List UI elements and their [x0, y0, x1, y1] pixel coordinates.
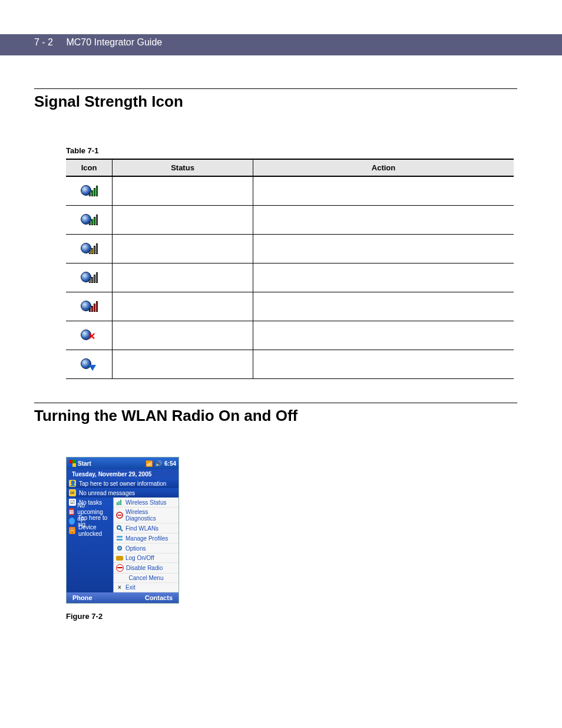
- list-item[interactable]: 🔒 Device unlocked: [67, 526, 113, 535]
- status-cell: [113, 350, 253, 379]
- clock: 6:54: [164, 460, 176, 467]
- gear-icon: [116, 545, 123, 552]
- connectivity-icon[interactable]: 📶: [146, 460, 153, 467]
- action-cell: [253, 321, 514, 350]
- lock-icon: 🔒: [69, 527, 75, 534]
- svg-rect-5: [117, 536, 123, 538]
- signal-table: Icon Status Action: [66, 159, 514, 379]
- action-cell: [253, 292, 514, 321]
- device-screenshot: Start 📶 🔊 6:54 Tuesday, November 29, 200…: [66, 457, 179, 604]
- action-cell: [253, 206, 514, 235]
- calendar-icon: ▦: [69, 508, 74, 515]
- signal-4-icon: [81, 183, 97, 196]
- svg-point-8: [119, 548, 120, 549]
- table-row: [66, 206, 514, 235]
- windows-flag-icon: [69, 460, 76, 467]
- radio-disabled-icon: [81, 357, 97, 370]
- action-cell: [253, 176, 514, 206]
- col-status: Status: [113, 159, 253, 176]
- table-row: [66, 350, 514, 379]
- status-cell: [113, 292, 253, 321]
- key-icon: [116, 556, 123, 561]
- menu-options[interactable]: Options: [114, 543, 178, 554]
- table-row: [66, 263, 514, 292]
- table-row: [66, 235, 514, 263]
- status-cell: [113, 235, 253, 263]
- action-cell: [253, 350, 514, 379]
- doc-title: MC70 Integrator Guide: [66, 37, 162, 47]
- start-label[interactable]: Start: [78, 460, 91, 467]
- svg-point-4: [117, 526, 121, 529]
- menu-disable-radio[interactable]: Disable Radio: [114, 563, 178, 574]
- svg-rect-6: [117, 539, 123, 541]
- softkey-phone[interactable]: Phone: [72, 594, 92, 601]
- signal-0-icon: [81, 299, 97, 312]
- status-cell: [113, 321, 253, 350]
- signal-3-icon: [81, 212, 97, 225]
- figure-caption: Figure 7-2: [66, 612, 517, 621]
- diagnostics-icon: [116, 512, 123, 519]
- stop-icon: [116, 564, 124, 572]
- close-icon: ×: [116, 584, 123, 591]
- volume-icon[interactable]: 🔊: [155, 460, 162, 467]
- status-cell: [113, 176, 253, 206]
- menu-find-wlans[interactable]: Find WLANs: [114, 523, 178, 533]
- mail-icon: ✉: [69, 489, 76, 496]
- menu-manage-profiles[interactable]: Manage Profiles: [114, 533, 178, 543]
- menu-cancel[interactable]: Cancel Menu: [114, 574, 178, 583]
- status-icon: [116, 499, 123, 506]
- col-icon: Icon: [66, 159, 113, 176]
- status-cell: [113, 206, 253, 235]
- page-number: 7 - 2: [34, 37, 53, 47]
- section-heading: Signal Strength Icon: [34, 93, 517, 111]
- signal-2-icon: [81, 241, 97, 254]
- action-cell: [253, 263, 514, 292]
- action-cell: [253, 235, 514, 263]
- table-row: [66, 292, 514, 321]
- col-action: Action: [253, 159, 514, 176]
- date-label: Tuesday, November 29, 2005: [72, 471, 151, 477]
- menu-wireless-diagnostics[interactable]: Wireless Diagnostics: [114, 508, 178, 523]
- owner-row[interactable]: 👤 Tap here to set owner information: [67, 479, 178, 488]
- table-caption: Table 7-1: [66, 146, 517, 155]
- sync-icon: [69, 518, 75, 525]
- menu-exit[interactable]: × Exit: [114, 583, 178, 592]
- messages-row[interactable]: ✉ No unread messages: [67, 488, 178, 498]
- owner-icon: 👤: [69, 480, 76, 487]
- menu-wireless-status[interactable]: Wireless Status: [114, 498, 178, 508]
- status-cell: [113, 263, 253, 292]
- search-icon: [116, 525, 123, 532]
- svg-rect-0: [117, 502, 118, 505]
- task-icon: ☑: [69, 499, 76, 506]
- radio-off-icon: ✕: [81, 328, 97, 341]
- wireless-menu: Wireless Status Wireless Diagnostics Fin…: [113, 498, 178, 592]
- svg-rect-1: [118, 501, 120, 505]
- menu-log-onoff[interactable]: Log On/Off: [114, 554, 178, 563]
- signal-1-icon: [81, 270, 97, 283]
- section-heading: Turning the WLAN Radio On and Off: [34, 407, 517, 425]
- svg-rect-2: [120, 500, 121, 505]
- profiles-icon: [116, 535, 123, 542]
- table-row: ✕: [66, 321, 514, 350]
- table-row: [66, 176, 514, 206]
- softkey-contacts[interactable]: Contacts: [145, 594, 173, 601]
